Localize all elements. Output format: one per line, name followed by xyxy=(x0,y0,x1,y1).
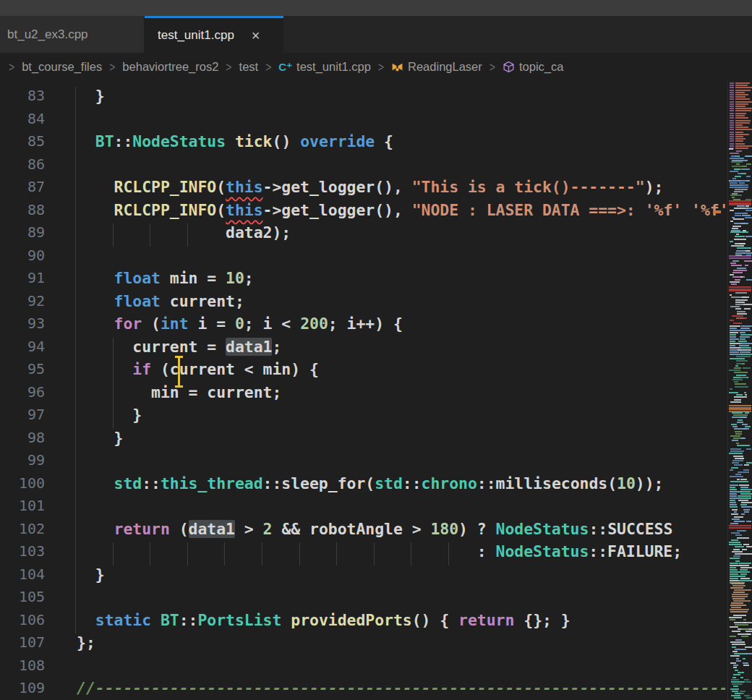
minimap-code-line xyxy=(741,513,745,515)
minimap-code-line xyxy=(733,218,745,220)
minimap-code-line xyxy=(736,658,739,660)
code-line[interactable]: float current; xyxy=(77,292,244,315)
minimap-code-line xyxy=(736,660,741,662)
minimap-code-line xyxy=(730,611,748,612)
line-number: 97 xyxy=(0,406,45,429)
minimap-code-line xyxy=(730,187,740,188)
code-line[interactable]: for (int i = 0; i < 200; i++) { xyxy=(77,315,403,338)
minimap-code-line xyxy=(730,573,738,575)
minimap-code-line xyxy=(732,594,748,595)
minimap-code-line xyxy=(741,636,748,637)
minimap-code-line xyxy=(730,110,734,111)
minimap-code-line xyxy=(740,487,748,488)
code-line[interactable]: } xyxy=(77,565,105,589)
breadcrumb-item-test[interactable]: test xyxy=(239,60,259,74)
minimap-code-line xyxy=(738,500,748,501)
code-line[interactable]: float min = 10; xyxy=(77,269,254,292)
minimap-code-line xyxy=(730,122,734,124)
code-line[interactable]: }; xyxy=(77,633,95,657)
minimap-code-line xyxy=(741,438,745,439)
line-number: 95 xyxy=(0,360,45,383)
minimap-code-line xyxy=(732,315,743,317)
minimap-code-line xyxy=(731,679,739,680)
minimap-code-line xyxy=(730,108,734,109)
minimap-code-line xyxy=(735,138,745,140)
class-symbol-icon xyxy=(391,61,403,73)
minimap-code-line xyxy=(743,469,749,471)
minimap-code-line xyxy=(730,476,743,477)
minimap-code-line xyxy=(732,379,743,380)
minimap-code-line xyxy=(735,94,748,95)
minimap-code-line xyxy=(741,325,752,327)
code-line[interactable]: //--------------------------------------… xyxy=(77,679,725,700)
minimap-code-line xyxy=(732,260,739,262)
minimap-code-line xyxy=(734,191,744,192)
minimap-code-line xyxy=(742,215,750,216)
minimap-code-line xyxy=(730,469,733,471)
code-line[interactable]: RCLCPP_INFO(this->get_logger(), "NODE : … xyxy=(77,201,725,224)
editor-scrollbar[interactable] xyxy=(709,81,727,700)
breadcrumb-item-test-unit1-cpp[interactable]: C⁺ test_unit1.cpp xyxy=(278,60,371,74)
minimap-code-line xyxy=(729,544,741,545)
minimap-code-line xyxy=(732,276,745,278)
minimap-code-line xyxy=(738,580,752,581)
minimap-code-line xyxy=(739,187,748,188)
code-line[interactable]: BT::NodeStatus tick() override { xyxy=(77,132,393,155)
tab-test-unit1-cpp[interactable]: test_unit1.cpp × xyxy=(145,16,283,53)
minimap-code-line xyxy=(732,426,737,427)
minimap-code-line xyxy=(730,325,740,327)
minimap-code-line xyxy=(736,234,739,235)
minimap-code-line xyxy=(741,184,748,186)
minimap-code-line xyxy=(735,433,743,435)
code-pane[interactable]: 83 }8485 BT::NodeStatus tick() override … xyxy=(0,81,725,700)
minimap-code-line xyxy=(740,691,745,692)
code-line[interactable]: } xyxy=(77,87,105,110)
minimap-code-line xyxy=(740,243,745,244)
minimap-code-line xyxy=(735,624,748,626)
minimap-code-line xyxy=(740,578,750,579)
close-icon[interactable]: × xyxy=(249,28,263,43)
minimap-code-line xyxy=(735,553,747,555)
indent-guide-icon xyxy=(224,542,225,565)
minimap[interactable] xyxy=(727,81,752,700)
minimap-code-line xyxy=(730,134,734,135)
minimap-code-line xyxy=(735,299,748,301)
minimap-code-line xyxy=(746,697,752,699)
breadcrumb-item-readinglaser[interactable]: ReadingLaser xyxy=(391,60,482,74)
method-symbol-icon xyxy=(503,61,515,73)
code-line[interactable]: return (data1 > 2 && robotAngle > 180) ?… xyxy=(77,520,672,543)
breadcrumb-item-topic-callback[interactable]: topic_ca xyxy=(503,60,563,74)
line-number: 92 xyxy=(0,292,45,315)
breadcrumb-item-behaviortree-ros2[interactable]: behaviortree_ros2 xyxy=(122,60,218,74)
code-line[interactable]: static BT::PortsList providedPorts() { r… xyxy=(77,611,571,634)
minimap-code-line xyxy=(730,210,734,211)
minimap-code-line xyxy=(734,399,741,401)
minimap-code-line xyxy=(745,412,749,414)
minimap-code-line xyxy=(735,215,741,216)
minimap-code-line xyxy=(740,571,750,573)
code-line[interactable]: data2); xyxy=(77,223,291,247)
minimap-code-line xyxy=(731,607,741,608)
minimap-code-line xyxy=(738,672,744,673)
minimap-code-line xyxy=(735,431,742,432)
code-line[interactable]: : NodeStatus::FAILURE; xyxy=(77,542,682,565)
tab-bt-u2-ex3-cpp[interactable]: bt_u2_ex3.cpp xyxy=(0,16,145,53)
minimap-code-line xyxy=(743,481,748,482)
breadcrumb-item-bt-course-files[interactable]: bt_course_files xyxy=(22,60,102,74)
minimap-code-line xyxy=(737,247,751,249)
minimap-code-line xyxy=(730,578,738,579)
minimap-code-line xyxy=(735,101,752,103)
minimap-code-line xyxy=(746,653,752,654)
code-line[interactable]: } xyxy=(77,429,123,452)
minimap-code-line xyxy=(735,106,745,107)
minimap-code-line xyxy=(731,532,740,534)
minimap-code-line xyxy=(731,424,737,425)
minimap-code-line xyxy=(735,90,751,91)
code-line[interactable]: } xyxy=(77,406,142,429)
code-line[interactable]: std::this_thread::sleep_for(std::chrono:… xyxy=(77,474,663,498)
code-line[interactable]: RCLCPP_INFO(this->get_logger(), "This is… xyxy=(77,178,663,201)
minimap-code-line xyxy=(735,546,745,547)
minimap-code-line xyxy=(730,587,743,589)
minimap-code-line xyxy=(732,585,745,586)
minimap-code-line xyxy=(731,265,741,266)
